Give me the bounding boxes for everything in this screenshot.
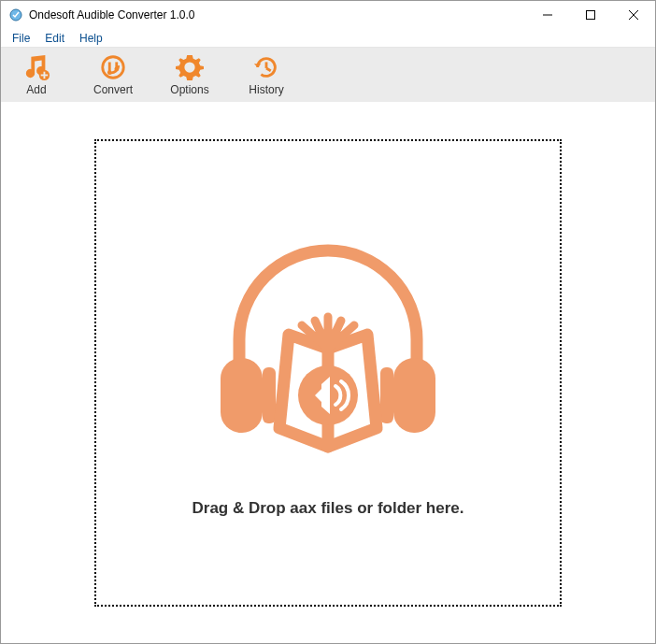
options-button[interactable]: Options — [167, 53, 212, 96]
close-button[interactable] — [612, 1, 655, 29]
svg-rect-14 — [263, 367, 276, 423]
svg-rect-2 — [587, 11, 595, 20]
gear-icon — [176, 53, 204, 81]
menubar: File Edit Help — [1, 29, 655, 48]
maximize-button[interactable] — [569, 1, 612, 29]
svg-rect-15 — [393, 358, 435, 433]
svg-rect-13 — [221, 358, 263, 433]
svg-point-8 — [103, 57, 124, 79]
app-icon — [8, 7, 23, 22]
minimize-button[interactable] — [526, 1, 569, 29]
svg-point-9 — [107, 70, 112, 75]
menu-file[interactable]: File — [5, 30, 37, 47]
window-controls — [526, 1, 655, 29]
options-label: Options — [170, 83, 208, 96]
history-icon — [252, 53, 280, 81]
music-note-plus-icon — [22, 53, 50, 81]
svg-line-12 — [266, 68, 271, 71]
history-label: History — [249, 83, 283, 96]
convert-button[interactable]: Convert — [91, 53, 135, 96]
menu-edit[interactable]: Edit — [37, 30, 72, 47]
main-area: Drag & Drop aax files or folder here. — [1, 102, 655, 643]
titlebar: Ondesoft Audible Converter 1.0.0 — [1, 1, 655, 29]
svg-point-10 — [114, 67, 119, 72]
audiobook-headphones-icon — [197, 227, 459, 473]
convert-icon — [99, 53, 127, 81]
add-button[interactable]: Add — [14, 53, 59, 96]
dropzone-text: Drag & Drop aax files or folder here. — [193, 499, 464, 518]
toolbar: Add Convert Options — [1, 48, 655, 102]
svg-rect-16 — [380, 367, 393, 423]
menu-help[interactable]: Help — [72, 30, 110, 47]
convert-label: Convert — [93, 83, 133, 96]
add-label: Add — [26, 83, 46, 96]
window-title: Ondesoft Audible Converter 1.0.0 — [29, 8, 526, 21]
history-button[interactable]: History — [244, 53, 289, 96]
dropzone[interactable]: Drag & Drop aax files or folder here. — [94, 139, 562, 607]
